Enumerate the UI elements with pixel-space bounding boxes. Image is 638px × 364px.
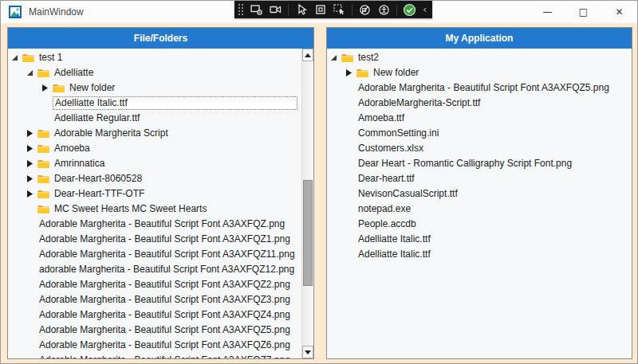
- accessibility-icon[interactable]: [377, 3, 391, 16]
- panel-header: File/Folders: [8, 28, 313, 49]
- tree-item[interactable]: Adorable Margherita - Beautiful Script F…: [8, 307, 301, 323]
- tree-item-label: Adelliatte Regular.ttf: [53, 112, 141, 124]
- expand-arrow-icon[interactable]: [26, 175, 37, 182]
- scroll-down-button[interactable]: [302, 346, 313, 358]
- tree-item[interactable]: NevisonCasualScript.ttf: [327, 186, 632, 202]
- tree-item[interactable]: Adelliatte Italic.ttf: [8, 96, 301, 111]
- tree-item-label: Adorable Margherita - Beautiful Script F…: [37, 309, 292, 321]
- panel-my-application: My Application test2New folderAdorable M…: [326, 27, 632, 359]
- tree-item[interactable]: adorable Margherita - Beautiful Script F…: [8, 262, 301, 277]
- scroll-down-icon: [305, 350, 311, 354]
- cursor-icon[interactable]: [294, 3, 308, 16]
- vertical-scrollbar[interactable]: [301, 49, 313, 358]
- tree-item-label: Dear-Heart-8060528: [53, 173, 144, 185]
- folder-icon: [37, 159, 49, 169]
- my-application-tree: test2New folderAdorable Margherita - Bea…: [327, 50, 632, 262]
- collapse-arrow-icon[interactable]: [26, 69, 37, 76]
- expand-arrow-icon[interactable]: [26, 190, 37, 198]
- tree-item[interactable]: New folder: [327, 65, 632, 80]
- collapse-arrow-icon[interactable]: [11, 54, 22, 61]
- tree-item[interactable]: Amoeba: [8, 141, 301, 156]
- tree-item-label: notepad.exe: [356, 203, 412, 215]
- toolbar-separator: [396, 4, 397, 15]
- capture-toolbar: ‹: [234, 1, 432, 18]
- tree-item[interactable]: Adorable Margherita - Beautiful Script F…: [327, 80, 632, 96]
- display-settings-icon[interactable]: [250, 3, 263, 16]
- video-camera-icon[interactable]: [269, 3, 282, 16]
- expand-arrow-icon[interactable]: [345, 69, 356, 76]
- maximize-button[interactable]: □: [565, 1, 601, 23]
- tree-item[interactable]: Adorable Margherita - Beautiful Script F…: [8, 277, 301, 292]
- window-title: MainWindow: [29, 6, 84, 18]
- tree-item[interactable]: Adorable Margherita - Beautiful Script F…: [8, 217, 301, 232]
- tree-item[interactable]: Adelliatte Regular.ttf: [8, 111, 301, 126]
- folder-icon: [341, 53, 353, 63]
- drag-grip-icon[interactable]: [238, 3, 244, 16]
- tree-item-label: Amoeba.ttf: [356, 112, 406, 124]
- tree-item-label: CommonSetting.ini: [356, 127, 440, 139]
- close-button[interactable]: ✕: [601, 1, 637, 23]
- region-select-icon[interactable]: [313, 3, 327, 16]
- tree-item[interactable]: Dear-heart.ttf: [327, 171, 632, 186]
- scroll-up-button[interactable]: [302, 49, 313, 61]
- tree-item[interactable]: Dear Heart - Romantic Calligraphy Script…: [327, 156, 632, 171]
- tree-item-label: Adorable Margherita - Beautiful Script F…: [37, 294, 292, 306]
- toolbar-separator: [288, 4, 289, 15]
- tree-item-label: Adelliatte Italic.ttf: [356, 233, 432, 245]
- tree-item[interactable]: Adorable Margherita Script: [8, 126, 301, 141]
- tree-item[interactable]: New folder: [8, 80, 301, 96]
- tree-item[interactable]: Adorable Margherita - Beautiful Script F…: [8, 292, 301, 307]
- tree-item-label: Dear Heart - Romantic Calligraphy Script…: [356, 158, 573, 170]
- tree-item-label: Adorable Margherita - Beautiful Script F…: [37, 233, 292, 245]
- tree-item[interactable]: Adorable Margherita - Beautiful Script F…: [8, 232, 301, 247]
- tree-item[interactable]: Adorable Margherita - Beautiful Script F…: [8, 338, 301, 353]
- tree-item[interactable]: Adelliatte Italic.ttf: [327, 247, 632, 262]
- tree-item[interactable]: Adorable Margherita - Beautiful Script F…: [8, 323, 301, 338]
- tree-item-label: Adelliatte Italic.ttf: [356, 249, 432, 260]
- collapse-arrow-icon[interactable]: [330, 54, 341, 61]
- tree-item[interactable]: Dear-Heart-TTF-OTF: [8, 186, 301, 202]
- tree-item-label: MC Sweet Hearts MC Sweet Hearts: [53, 203, 208, 215]
- file-folders-tree-body: test 1AdelliatteNew folderAdelliatte Ita…: [8, 49, 313, 358]
- confirm-check-icon[interactable]: [403, 3, 416, 16]
- scroll-up-icon: [305, 53, 311, 57]
- expand-arrow-icon[interactable]: [26, 130, 37, 137]
- tree-item[interactable]: Adorable Margherita - Beautiful Script F…: [8, 247, 301, 262]
- file-folders-tree: test 1AdelliatteNew folderAdelliatte Ita…: [8, 50, 301, 358]
- cursor-select-path-icon[interactable]: [333, 3, 346, 16]
- scrollbar-thumb[interactable]: [303, 180, 313, 286]
- tree-item[interactable]: CommonSetting.ini: [327, 126, 632, 141]
- webcam-off-icon[interactable]: [358, 3, 372, 16]
- tree-item[interactable]: Adelliatte: [8, 65, 301, 80]
- tree-item[interactable]: notepad.exe: [327, 202, 632, 217]
- tree-item[interactable]: test2: [327, 50, 632, 65]
- tree-item-label: adorable Margherita - Beautiful Script F…: [37, 264, 296, 276]
- minimize-button[interactable]: —: [530, 1, 565, 23]
- tree-item[interactable]: test 1: [8, 50, 301, 65]
- expand-arrow-icon[interactable]: [26, 160, 37, 167]
- tree-item[interactable]: Adelliatte Italic.ttf: [327, 232, 632, 247]
- folder-icon: [37, 128, 49, 139]
- folder-icon: [37, 174, 49, 184]
- expand-arrow-icon[interactable]: [26, 145, 37, 152]
- tree-item-label: Adorable Margherita - Beautiful Script F…: [37, 279, 292, 291]
- toolbar-separator: [352, 4, 352, 15]
- tree-item[interactable]: Amoeba.ttf: [327, 111, 632, 126]
- tree-item[interactable]: Adorable Margherita - Beautiful Script F…: [8, 353, 301, 358]
- folder-icon: [356, 68, 368, 78]
- collapse-chevron-icon[interactable]: ‹: [422, 3, 427, 16]
- tree-item-label: New folder: [68, 82, 116, 94]
- tree-item-label: Adorable Margherita - Beautiful Script F…: [37, 339, 292, 351]
- tree-item[interactable]: Amrinnatica: [8, 156, 301, 171]
- tree-item-label: Adorable Margherita Script: [53, 127, 170, 139]
- tree-item[interactable]: Customers.xlsx: [327, 141, 632, 156]
- tree-item-label: Adorable Margherita - Beautiful Script F…: [37, 218, 286, 230]
- expand-arrow-icon[interactable]: [41, 84, 53, 92]
- app-icon: [9, 6, 22, 18]
- tree-item-label: Adelliatte Italic.ttf: [53, 96, 297, 110]
- tree-item[interactable]: Dear-Heart-8060528: [8, 171, 301, 186]
- tree-item[interactable]: MC Sweet Hearts MC Sweet Hearts: [8, 202, 301, 217]
- tree-item[interactable]: People.accdb: [327, 217, 632, 232]
- tree-item[interactable]: AdorableMargherita-Script.ttf: [327, 96, 632, 111]
- tree-item-label: Amoeba: [53, 143, 92, 155]
